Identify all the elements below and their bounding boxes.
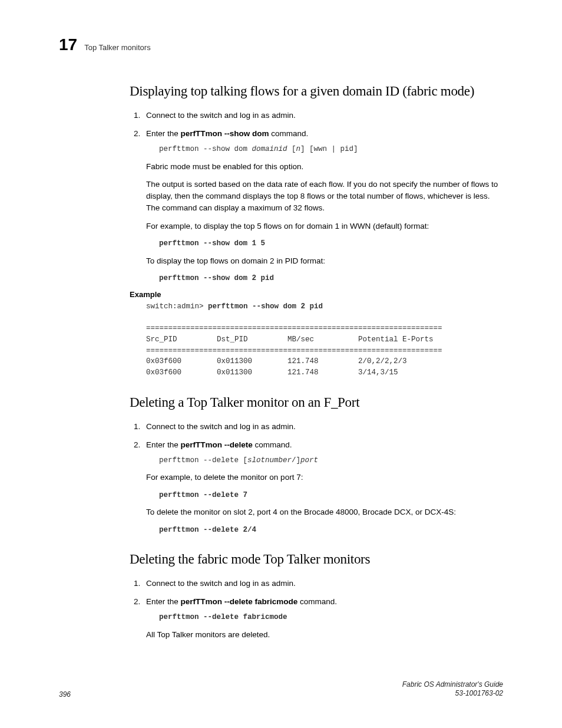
step-text: Enter the — [146, 597, 181, 606]
step-text: command. — [269, 129, 309, 138]
footer-right: Fabric OS Administrator's Guide 53-10017… — [402, 680, 503, 699]
section-heading: Deleting the fabric mode Top Talker moni… — [130, 552, 503, 567]
section-heading: Displaying top talking flows for a given… — [130, 84, 503, 99]
paragraph: The output is sorted based on the data r… — [146, 179, 503, 215]
guide-title: Fabric OS Administrator's Guide — [402, 680, 503, 690]
page-header: 17 Top Talker monitors — [59, 35, 503, 54]
code-arg: port — [300, 456, 318, 465]
paragraph: For example, to display the top 5 flows … — [146, 220, 503, 232]
paragraph: For example, to delete the monitor on po… — [146, 472, 503, 483]
step-text: command. — [297, 597, 337, 606]
step-item: Enter the perfTTmon --delete fabricmode … — [143, 596, 503, 641]
steps-list: Connect to the switch and log in as admi… — [130, 110, 503, 284]
code-block: perfttmon --delete fabricmode — [159, 612, 503, 623]
example-label: Example — [130, 290, 503, 299]
doc-number: 53-1001763-02 — [402, 689, 503, 699]
step-item: Connect to the switch and log in as admi… — [143, 421, 503, 433]
code-text: /] — [292, 456, 300, 465]
code-arg: n — [296, 145, 301, 153]
code-block: perfttmon --show dom 1 5 — [159, 238, 503, 249]
code-block: perfttmon --delete 7 — [159, 490, 503, 501]
code-text: ] [wwn | pid] — [300, 145, 358, 153]
example-output: switch:admin> perfttmon --show dom 2 pid… — [146, 301, 503, 378]
steps-list: Connect to the switch and log in as admi… — [130, 578, 503, 641]
code-text: perfttmon --show dom — [159, 145, 252, 153]
code-block: perfttmon --show dom 2 pid — [159, 273, 503, 284]
paragraph: To delete the monitor on slot 2, port 4 … — [146, 506, 503, 518]
step-text: Enter the — [146, 440, 181, 449]
page-footer: 396 Fabric OS Administrator's Guide 53-1… — [59, 680, 503, 699]
code-block: perfttmon --show dom domainid [n] [wwn |… — [159, 144, 503, 155]
paragraph: To display the top flows on domain 2 in … — [146, 255, 503, 267]
step-item: Connect to the switch and log in as admi… — [143, 578, 503, 590]
code-arg: domainid — [252, 145, 287, 153]
page-content: Displaying top talking flows for a given… — [130, 84, 503, 641]
command-name: perfTTmon --show dom — [181, 129, 269, 138]
chapter-number: 17 — [59, 35, 77, 54]
section-heading: Deleting a Top Talker monitor on an F_Po… — [130, 395, 503, 410]
code-arg: slotnumber — [247, 456, 292, 465]
example-command: perfttmon --show dom 2 pid — [208, 302, 323, 311]
breadcrumb: Top Talker monitors — [84, 43, 150, 52]
command-name: perfTTmon --delete fabricmode — [181, 597, 298, 606]
code-text: perfttmon --delete [ — [159, 456, 247, 465]
section-displaying-flows: Displaying top talking flows for a given… — [130, 84, 503, 378]
step-text: Enter the — [146, 129, 181, 138]
example-table: ========================================… — [146, 324, 442, 377]
section-deleting-fport: Deleting a Top Talker monitor on an F_Po… — [130, 395, 503, 536]
steps-list: Connect to the switch and log in as admi… — [130, 421, 503, 536]
code-block: perfttmon --delete 2/4 — [159, 525, 503, 536]
page-number: 396 — [59, 690, 71, 699]
step-item: Connect to the switch and log in as admi… — [143, 110, 503, 122]
step-text: command. — [253, 440, 292, 449]
code-block: perfttmon --delete [slotnumber/]port — [159, 455, 503, 466]
step-item: Enter the perfTTmon --show dom command. … — [143, 128, 503, 284]
paragraph: All Top Talker monitors are deleted. — [146, 629, 503, 641]
step-item: Enter the perfTTmon --delete command. pe… — [143, 439, 503, 536]
prompt-text: switch:admin> — [146, 302, 208, 311]
code-text: [ — [287, 145, 296, 153]
paragraph: Fabric mode must be enabled for this opt… — [146, 161, 503, 173]
section-deleting-fabricmode: Deleting the fabric mode Top Talker moni… — [130, 552, 503, 641]
command-name: perfTTmon --delete — [181, 440, 253, 449]
